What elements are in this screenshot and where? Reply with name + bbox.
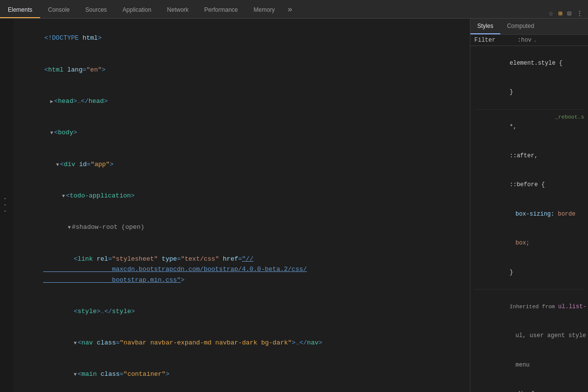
tab-bar: Elements Console Sources Application Net… bbox=[0, 0, 588, 19]
bookmark-icon[interactable]: ⊞ bbox=[558, 9, 562, 18]
inherited-from-1: Inherited from ul.list- bbox=[474, 293, 584, 321]
tab-computed[interactable]: Computed bbox=[500, 19, 541, 34]
element-style-block: element.style { } bbox=[474, 49, 584, 110]
dom-panel: ... <!DOCTYPE html> <html lang="en"> ▶<h… bbox=[0, 19, 470, 392]
tab-application[interactable]: Application bbox=[115, 2, 159, 18]
tab-more[interactable]: » bbox=[283, 1, 297, 18]
sidebar-dots: ... bbox=[2, 196, 12, 215]
star-icon[interactable]: ☆ bbox=[548, 8, 553, 18]
menu-icon[interactable]: ⋮ bbox=[576, 9, 583, 18]
main-line: ▼<main class="container"> bbox=[14, 359, 470, 390]
screen-icon[interactable]: ⊡ bbox=[567, 9, 571, 18]
tab-styles[interactable]: Styles bbox=[470, 19, 500, 34]
tab-network[interactable]: Network bbox=[159, 2, 196, 18]
element-style-selector: element.style { bbox=[474, 49, 584, 78]
styles-filter-row: :hov . bbox=[470, 35, 588, 46]
dir-selector: , dir { bbox=[474, 380, 584, 392]
after-selector: ::after, bbox=[474, 142, 584, 171]
todo-form-line: ▼<todo-form> bbox=[14, 390, 470, 392]
html-line: <html lang="en"> bbox=[14, 54, 470, 85]
link-line1: <link rel="stylesheet" type="text/css" h… bbox=[14, 243, 470, 295]
div-app-line: ▼<div id="app"> bbox=[14, 148, 470, 180]
universal-rule-block: _reboot.s *, ::after, ::before { box-siz… bbox=[474, 113, 584, 290]
inherited-block-1: Inherited from ul.list- ul, user agent s… bbox=[474, 293, 584, 392]
todo-app-line: ▼<todo-application> bbox=[14, 180, 470, 212]
tab-elements[interactable]: Elements bbox=[0, 2, 40, 18]
before-selector: ::before { bbox=[474, 171, 584, 200]
rule-source-reboot: _reboot.s bbox=[555, 113, 584, 122]
left-sidebar: ... bbox=[0, 19, 14, 392]
element-style-closing: } bbox=[474, 78, 584, 107]
tab-memory[interactable]: Memory bbox=[246, 2, 283, 18]
head-line: ▶<head>…</head> bbox=[14, 86, 470, 117]
tab-console[interactable]: Console bbox=[40, 2, 77, 18]
doctype-line: <!DOCTYPE html> bbox=[14, 23, 470, 54]
box-sizing-val: box; bbox=[474, 229, 584, 258]
style-line1: <style>…</style> bbox=[14, 295, 470, 327]
shadow-root-line: ▼#shadow-root (open) bbox=[14, 212, 470, 243]
ul-user-agent: ul, user agent style bbox=[474, 322, 584, 351]
styles-panel: Styles Computed :hov . element.style { } bbox=[470, 19, 588, 392]
styles-filter-input[interactable] bbox=[474, 37, 514, 44]
pseudo-states[interactable]: :hov bbox=[517, 37, 532, 44]
styles-content: element.style { } _reboot.s *, ::after, … bbox=[470, 46, 588, 392]
styles-panel-header: Styles Computed bbox=[470, 19, 588, 35]
dom-content: <!DOCTYPE html> <html lang="en"> ▶<head>… bbox=[0, 19, 470, 392]
tab-sources[interactable]: Sources bbox=[77, 2, 115, 18]
tab-performance[interactable]: Performance bbox=[196, 2, 246, 18]
body-line: ▼<body> bbox=[14, 117, 470, 148]
before-close: } bbox=[474, 258, 584, 287]
more-pseudo: . bbox=[534, 37, 537, 43]
box-sizing-prop: box-sizing: borde bbox=[474, 200, 584, 229]
menu-item: menu bbox=[474, 351, 584, 380]
nav-line: ▼<nav class="navbar navbar-expand-md nav… bbox=[14, 327, 470, 359]
devtools-container: ... <!DOCTYPE html> <html lang="en"> ▶<h… bbox=[0, 19, 588, 392]
